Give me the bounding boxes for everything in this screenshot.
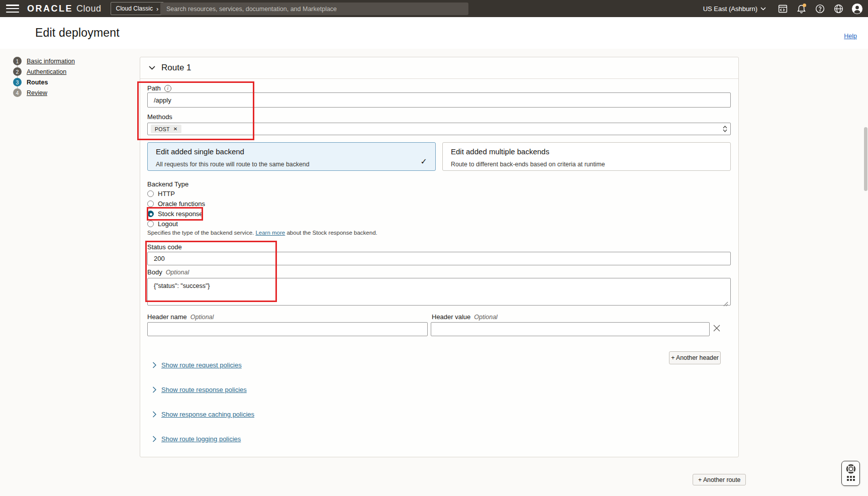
single-backend-card[interactable]: Edit added single backend All requests f… <box>147 142 436 171</box>
backend-type-radio-group: HTTP Oracle functions Stock response Log… <box>147 188 205 229</box>
backend-mode-cards: Edit added single backend All requests f… <box>147 142 731 171</box>
search-input[interactable] <box>160 3 468 15</box>
step-label: Authentication <box>27 68 66 75</box>
chevron-right-icon <box>152 386 156 393</box>
step-authentication[interactable]: 2 Authentication <box>13 66 75 77</box>
brand-oracle: ORACLE <box>27 4 73 14</box>
topbar-right: US East (Ashburn) <box>703 0 863 17</box>
show-route-response-policies[interactable]: Show route response policies <box>152 385 247 394</box>
menu-icon[interactable] <box>6 5 19 13</box>
methods-label-row: Methods <box>147 113 172 121</box>
header-name-input[interactable] <box>147 322 428 336</box>
oracle-cloud-logo[interactable]: ORACLE Cloud <box>27 4 102 14</box>
step-number: 1 <box>13 57 22 65</box>
radio-label: HTTP <box>158 190 175 197</box>
header-value-input[interactable] <box>431 322 710 336</box>
radio-icon <box>147 201 154 207</box>
step-label: Review <box>27 89 47 96</box>
body-label-row: Body Optional <box>147 268 189 276</box>
brand-cloud: Cloud <box>76 4 102 14</box>
user-avatar[interactable] <box>851 3 863 15</box>
optional-hint: Optional <box>166 269 189 276</box>
show-response-caching-policies[interactable]: Show response caching policies <box>152 410 254 419</box>
remove-method-icon[interactable]: ✕ <box>173 126 178 132</box>
policy-link-label: Show route logging policies <box>161 435 241 443</box>
radio-oracle-functions[interactable]: Oracle functions <box>147 199 205 209</box>
multiple-backends-card[interactable]: Edit added multiple backends Route to di… <box>442 142 731 171</box>
radio-stock-response[interactable]: Stock response <box>147 209 205 219</box>
resize-handle-icon[interactable] <box>723 300 728 309</box>
policy-link-label: Show response caching policies <box>161 411 254 418</box>
radio-http[interactable]: HTTP <box>147 188 205 199</box>
page-title: Edit deployment <box>35 26 120 40</box>
status-code-input[interactable] <box>147 252 731 265</box>
show-route-logging-policies[interactable]: Show route logging policies <box>152 434 241 443</box>
header-name-label: Header name <box>147 313 187 321</box>
step-review[interactable]: 4 Review <box>13 87 75 98</box>
step-number: 3 <box>13 78 22 86</box>
chevron-right-icon <box>152 362 156 368</box>
card-title: Edit added single backend <box>156 147 427 156</box>
method-tag-post: POST ✕ <box>151 125 181 133</box>
radio-label: Oracle functions <box>158 200 205 208</box>
topbar: ORACLE Cloud Cloud Classic › US East (As… <box>0 0 868 17</box>
route-section-header[interactable]: Route 1 <box>140 57 738 79</box>
route-panel: Route 1 Path i Methods POST ✕ Edit added… <box>140 57 739 457</box>
methods-label: Methods <box>147 113 172 121</box>
another-header-button[interactable]: + Another header <box>669 351 721 364</box>
header-value-label: Header value <box>432 313 470 321</box>
step-number: 4 <box>13 88 22 97</box>
select-spinner-icon[interactable] <box>723 126 727 132</box>
step-basic-information[interactable]: 1 Basic information <box>13 56 75 66</box>
help-text-post: about the Stock response backend. <box>285 230 377 236</box>
vertical-scrollbar[interactable] <box>864 127 867 191</box>
chevron-right-icon <box>152 411 156 418</box>
chevron-down-icon <box>760 7 766 11</box>
cloud-classic-button[interactable]: Cloud Classic › <box>111 2 164 15</box>
another-route-button[interactable]: + Another route <box>693 474 746 485</box>
wizard-steps: 1 Basic information 2 Authentication 3 R… <box>13 56 75 98</box>
policy-link-label: Show route response policies <box>161 386 247 393</box>
methods-select[interactable]: POST ✕ <box>147 123 731 135</box>
card-subtitle: All requests for this route will route t… <box>156 161 427 168</box>
drag-dots-icon <box>847 476 855 481</box>
policy-link-label: Show route request policies <box>161 361 242 369</box>
help-question-icon[interactable] <box>814 3 826 15</box>
show-route-request-policies[interactable]: Show route request policies <box>152 360 242 369</box>
cloud-shell-icon[interactable] <box>777 3 789 15</box>
check-icon: ✓ <box>421 157 427 166</box>
body-textarea[interactable]: {"status": "success"} <box>147 278 731 306</box>
help-text-pre: Specifies the type of the backend servic… <box>147 230 255 236</box>
cloud-classic-label: Cloud Classic <box>116 5 153 12</box>
support-widget[interactable] <box>841 461 860 486</box>
path-label: Path <box>147 84 161 92</box>
step-label: Routes <box>27 79 48 86</box>
backend-type-help-text: Specifies the type of the backend servic… <box>147 230 377 236</box>
notification-badge <box>803 4 806 7</box>
step-routes[interactable]: 3 Routes <box>13 77 75 87</box>
info-icon[interactable]: i <box>164 85 171 92</box>
radio-label: Logout <box>158 220 178 228</box>
global-search <box>160 3 468 15</box>
learn-more-link[interactable]: Learn more <box>255 230 285 236</box>
remove-header-icon[interactable] <box>712 324 721 333</box>
radio-icon <box>147 221 154 227</box>
globe-language-icon[interactable] <box>832 3 844 15</box>
content: 1 Basic information 2 Authentication 3 R… <box>0 49 868 496</box>
route-title: Route 1 <box>161 63 191 73</box>
path-label-row: Path i <box>147 84 171 92</box>
radio-logout[interactable]: Logout <box>147 219 205 229</box>
notifications-bell-icon[interactable] <box>795 3 807 15</box>
optional-hint: Optional <box>474 314 498 321</box>
page-header: Edit deployment Help <box>0 17 868 49</box>
step-number: 2 <box>13 67 22 76</box>
path-input[interactable] <box>147 92 731 108</box>
backend-type-label: Backend Type <box>147 180 188 188</box>
region-selector[interactable]: US East (Ashburn) <box>703 5 766 13</box>
header-value-label-row: Header value Optional <box>432 313 498 321</box>
help-link[interactable]: Help <box>844 33 857 40</box>
card-title: Edit added multiple backends <box>451 147 722 156</box>
chevron-down-icon <box>149 66 155 70</box>
radio-label: Stock response <box>158 210 203 218</box>
chevron-right-icon <box>152 436 156 442</box>
